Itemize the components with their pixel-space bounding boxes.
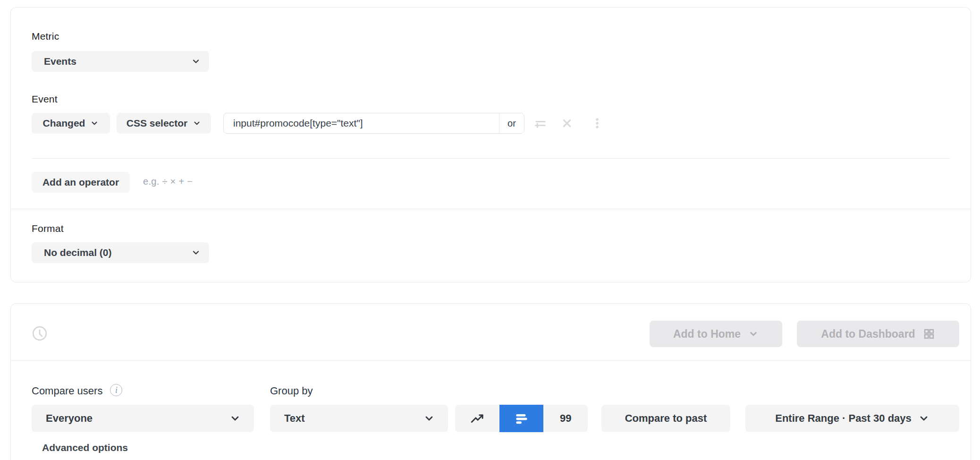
remove-event-icon[interactable] [559, 116, 574, 133]
event-type-dropdown[interactable]: Changed [32, 113, 110, 134]
advanced-options-link[interactable]: Advanced options [42, 442, 128, 453]
metric-dropdown[interactable]: Events [32, 51, 209, 72]
chevron-down-icon [918, 413, 929, 424]
time-clock-icon [32, 325, 48, 343]
chart-type-toggle: 99 [455, 405, 588, 432]
bar-chart-toggle[interactable] [499, 405, 544, 432]
chevron-down-icon [191, 248, 201, 257]
format-label: Format [32, 222, 64, 235]
add-to-dashboard-button[interactable]: Add to Dashboard [797, 321, 959, 347]
match-type-dropdown[interactable]: CSS selector [117, 113, 211, 134]
add-filter-icon[interactable] [533, 116, 548, 133]
dashboard-grid-icon [923, 328, 935, 340]
compare-users-dropdown[interactable]: Everyone [32, 405, 254, 432]
chevron-down-icon [748, 329, 759, 339]
bar-chart-icon [514, 410, 530, 426]
line-chart-icon [469, 410, 485, 426]
css-selector-input[interactable] [224, 113, 499, 133]
metric-dropdown-value: Events [44, 56, 76, 67]
event-definition-row: Changed CSS selector or [11, 113, 971, 134]
group-by-value: Text [284, 412, 305, 425]
metric-label: Metric [32, 30, 59, 43]
chevron-down-icon [90, 119, 99, 128]
match-type-value: CSS selector [127, 118, 188, 129]
compare-to-past-button[interactable]: Compare to past [601, 405, 730, 432]
number-toggle-label: 99 [560, 412, 571, 425]
kebab-menu-icon[interactable] [590, 116, 605, 133]
number-toggle[interactable]: 99 [543, 405, 588, 432]
chevron-down-icon [193, 119, 201, 128]
group-by-label: Group by [270, 384, 313, 398]
compare-users-value: Everyone [46, 412, 93, 425]
format-section-divider [11, 209, 971, 209]
chevron-down-icon [423, 413, 435, 424]
info-icon[interactable]: i [110, 384, 122, 396]
compare-users-label-row: Compare users i [32, 384, 122, 398]
format-dropdown-value: No decimal (0) [44, 247, 112, 258]
results-card: Add to Home Add to Dashboard Compare use… [10, 303, 971, 460]
date-range-value: Entire Range · Past 30 days [775, 412, 912, 425]
chevron-down-icon [191, 57, 201, 66]
group-by-dropdown[interactable]: Text [270, 405, 448, 432]
chevron-down-icon [229, 413, 241, 424]
query-builder-card: Metric Events Event Changed CSS selector… [10, 7, 971, 282]
event-section-divider [32, 158, 950, 159]
date-range-dropdown[interactable]: Entire Range · Past 30 days [745, 405, 959, 432]
add-operator-label: Add an operator [42, 177, 119, 188]
or-button[interactable]: or [499, 113, 524, 133]
add-to-home-button[interactable]: Add to Home [650, 321, 782, 347]
compare-to-past-label: Compare to past [625, 412, 707, 425]
add-to-dashboard-label: Add to Dashboard [821, 328, 915, 341]
add-to-home-label: Add to Home [673, 328, 741, 341]
operator-hint-text: e.g. ÷ × + − [143, 176, 193, 187]
css-selector-input-group: or [223, 113, 524, 134]
add-operator-button[interactable]: Add an operator [32, 172, 130, 193]
line-chart-toggle[interactable] [455, 405, 499, 432]
event-type-value: Changed [43, 118, 85, 129]
event-label: Event [32, 93, 58, 106]
compare-users-label: Compare users [32, 384, 102, 398]
results-header-divider [11, 360, 971, 361]
format-dropdown[interactable]: No decimal (0) [32, 242, 209, 263]
